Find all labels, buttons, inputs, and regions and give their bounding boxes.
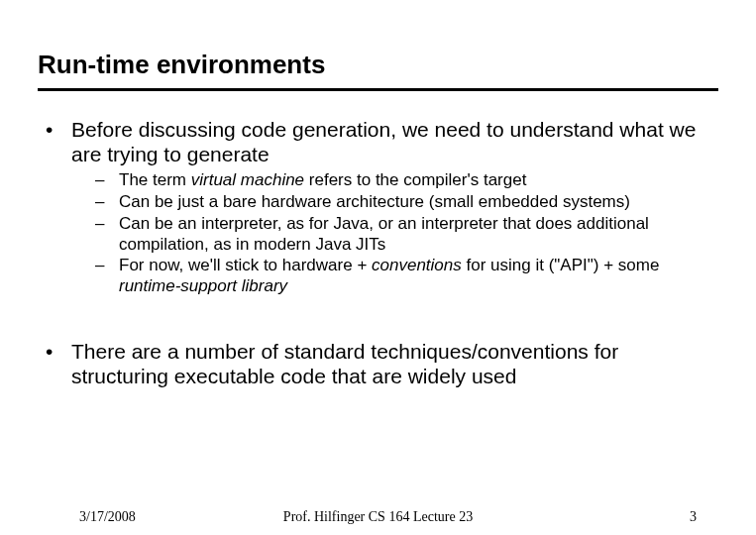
list-item: – Can be an interpreter, as for Java, or… — [95, 214, 718, 255]
bullet-dot: • — [38, 339, 71, 388]
bullet-dash: – — [95, 170, 119, 191]
bullet-list: • Before discussing code generation, we … — [38, 117, 718, 388]
title-rule — [38, 88, 718, 91]
list-item: • There are a number of standard techniq… — [38, 339, 718, 388]
bullet-dash: – — [95, 214, 119, 255]
sub-text: Can be just a bare hardware architecture… — [119, 192, 718, 213]
list-item: – For now, we'll stick to hardware + con… — [95, 256, 718, 296]
bullet-dash: – — [95, 192, 119, 213]
slide: Run-time environments • Before discussin… — [0, 0, 756, 388]
sub-list: – The term virtual machine refers to the… — [38, 170, 718, 296]
footer-page: 3 — [690, 509, 697, 525]
slide-title: Run-time environments — [38, 50, 718, 80]
sub-text: The term virtual machine refers to the c… — [119, 170, 718, 191]
bullet-text: There are a number of standard technique… — [71, 339, 718, 388]
footer-center: Prof. Hilfinger CS 164 Lecture 23 — [0, 509, 756, 525]
list-item: • Before discussing code generation, we … — [38, 117, 718, 166]
bullet-dash: – — [95, 256, 119, 296]
spacer — [38, 317, 718, 339]
sub-text: For now, we'll stick to hardware + conve… — [119, 256, 718, 296]
sub-text: Can be an interpreter, as for Java, or a… — [119, 214, 718, 255]
list-item: – Can be just a bare hardware architectu… — [95, 192, 718, 213]
bullet-dot: • — [38, 117, 71, 166]
bullet-text: Before discussing code generation, we ne… — [71, 117, 718, 166]
list-item: – The term virtual machine refers to the… — [95, 170, 718, 191]
